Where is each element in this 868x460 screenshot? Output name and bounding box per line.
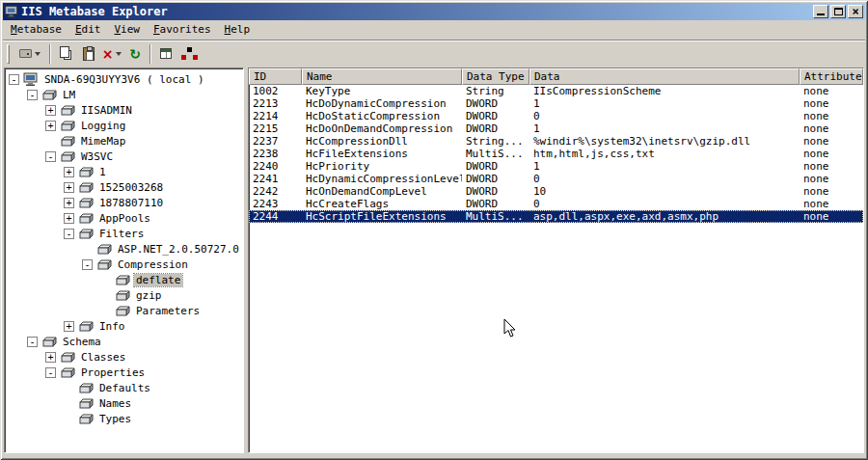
cell-data: 0	[529, 110, 800, 122]
expand-icon[interactable]	[64, 198, 74, 208]
key-icon	[115, 288, 130, 302]
tree-item[interactable]: Names	[7, 395, 243, 411]
tree-item[interactable]: Filters	[7, 226, 243, 241]
tree-item-selected[interactable]: deflate	[7, 272, 243, 287]
expand-icon[interactable]	[64, 321, 74, 332]
cell-attributes: none	[800, 110, 863, 122]
menu-metabase[interactable]: Metabase	[4, 21, 68, 39]
menu-edit[interactable]: Edit	[68, 21, 108, 39]
column-header-name[interactable]: Name	[302, 68, 462, 85]
tree-item[interactable]: 1	[7, 164, 243, 179]
cell-data-type: DWORD	[462, 185, 529, 198]
tree-item[interactable]: MimeMap	[7, 133, 243, 149]
collapse-icon[interactable]	[27, 90, 38, 100]
cell-data: 1	[529, 97, 800, 110]
menu-view[interactable]: View	[107, 21, 147, 39]
export-button[interactable]	[154, 43, 177, 65]
tree-item[interactable]: AppPools	[7, 210, 243, 226]
tree-item-label: Defaults	[97, 382, 152, 394]
tree-item[interactable]: W3SVC	[7, 149, 243, 164]
cell-name: KeyType	[302, 85, 462, 97]
tree-item[interactable]: 1525003268	[7, 179, 243, 195]
copy-button[interactable]	[54, 43, 77, 65]
cell-data-type: String	[462, 85, 529, 97]
collapse-icon[interactable]	[82, 259, 93, 270]
tree-item[interactable]: IISADMIN	[7, 102, 243, 118]
collapse-icon[interactable]	[27, 337, 38, 347]
cell-data-type: MultiS...	[462, 210, 529, 223]
toolbar-grip[interactable]	[7, 44, 10, 64]
column-header-attributes[interactable]: Attributes	[800, 68, 863, 85]
table-row[interactable]: 2242HcOnDemandCompLevelDWORD10none	[249, 185, 863, 198]
tree-item[interactable]: SNDA-69Q3UYY3V6 ( local )	[7, 71, 243, 87]
cell-attributes: none	[800, 173, 863, 185]
tree-item[interactable]: Schema	[7, 334, 243, 349]
key-icon	[115, 273, 130, 286]
table-row[interactable]: 2240HcPriorityDWORD1none	[249, 160, 863, 173]
tree-item-label: gzip	[134, 289, 164, 302]
connect-button[interactable]	[177, 43, 201, 65]
table-row[interactable]: 2238HcFileExtensionsMultiS...htm,html,js…	[249, 148, 863, 160]
table-row[interactable]: 1002KeyTypeStringIIsCompressionSchemenon…	[249, 85, 863, 97]
table-row[interactable]: 2214HcDoStaticCompressionDWORD0none	[249, 110, 863, 122]
menu-favorites[interactable]: Favorites	[147, 21, 218, 39]
tree-item[interactable]: Compression	[7, 257, 243, 272]
key-icon	[78, 165, 94, 178]
up-level-button[interactable]	[14, 43, 46, 65]
tree-item[interactable]: Types	[7, 411, 243, 426]
expand-icon[interactable]	[64, 213, 74, 224]
collapse-icon[interactable]	[45, 151, 56, 162]
tree-item[interactable]: gzip	[7, 287, 243, 303]
table-row[interactable]: 2241HcDynamicCompressionLevelDWORD0none	[249, 173, 863, 185]
tree-item[interactable]: 1878807110	[7, 195, 243, 210]
column-header-id[interactable]: ID	[249, 68, 302, 85]
tree-item[interactable]: Defaults	[7, 380, 243, 395]
collapse-icon[interactable]	[45, 367, 56, 378]
tree-item[interactable]: Logging	[7, 118, 243, 133]
tree-item-label: Logging	[79, 120, 127, 132]
key-icon	[41, 88, 57, 101]
table-row[interactable]: 2213HcDoDynamicCompressionDWORD1none	[249, 97, 863, 110]
key-icon	[96, 257, 112, 271]
tree-item-label: Info	[97, 320, 127, 333]
cell-data-type: DWORD	[462, 97, 529, 110]
cell-id: 2242	[249, 185, 302, 198]
cell-attributes: none	[800, 185, 863, 198]
paste-button[interactable]	[77, 43, 100, 65]
title-bar[interactable]: IIS Metabase Explorer ×	[3, 3, 865, 20]
column-header-data[interactable]: Data	[529, 68, 800, 85]
tree-item[interactable]: Info	[7, 318, 243, 334]
refresh-button[interactable]: ↻	[123, 43, 147, 65]
metabase-tree: SNDA-69Q3UYY3V6 ( local ) LM IISADMIN Lo…	[4, 68, 244, 453]
expand-icon[interactable]	[64, 167, 74, 177]
tree-item[interactable]: Classes	[7, 349, 243, 365]
cell-data-type: DWORD	[462, 198, 529, 210]
tree-item-label: Properties	[79, 366, 147, 379]
collapse-icon[interactable]	[64, 229, 74, 239]
table-row[interactable]: 2215HcDoOnDemandCompressionDWORD1none	[249, 122, 863, 135]
cell-data: 1	[529, 122, 800, 135]
collapse-icon[interactable]	[9, 74, 19, 85]
tree-item-label: Classes	[79, 351, 127, 364]
expand-icon[interactable]	[64, 182, 74, 193]
table-row-selected[interactable]: 2244HcScriptFileExtensionsMultiS...asp,d…	[249, 210, 863, 223]
tree-item[interactable]: LM	[7, 87, 243, 102]
maximize-button[interactable]	[830, 5, 846, 18]
expand-icon[interactable]	[45, 352, 56, 363]
close-button[interactable]: ×	[848, 5, 863, 18]
table-row[interactable]: 2237HcCompressionDllString...%windir%\sy…	[249, 135, 863, 148]
tree-item[interactable]: Parameters	[7, 303, 243, 318]
column-header-data-type[interactable]: Data Type	[462, 68, 529, 85]
key-icon	[60, 119, 75, 132]
tree-item[interactable]: ASP.NET_2.0.50727.0	[7, 241, 243, 257]
table-row[interactable]: 2243HcCreateFlagsDWORD0none	[249, 198, 863, 210]
minimize-button[interactable]	[813, 5, 828, 18]
expand-icon[interactable]	[45, 121, 56, 131]
key-icon	[78, 412, 94, 425]
key-icon	[78, 196, 94, 209]
delete-button[interactable]: ×	[100, 43, 123, 65]
tree-item-label: Filters	[97, 228, 146, 240]
menu-help[interactable]: Help	[218, 21, 258, 39]
expand-icon[interactable]	[45, 105, 56, 116]
tree-item[interactable]: Properties	[7, 365, 243, 380]
